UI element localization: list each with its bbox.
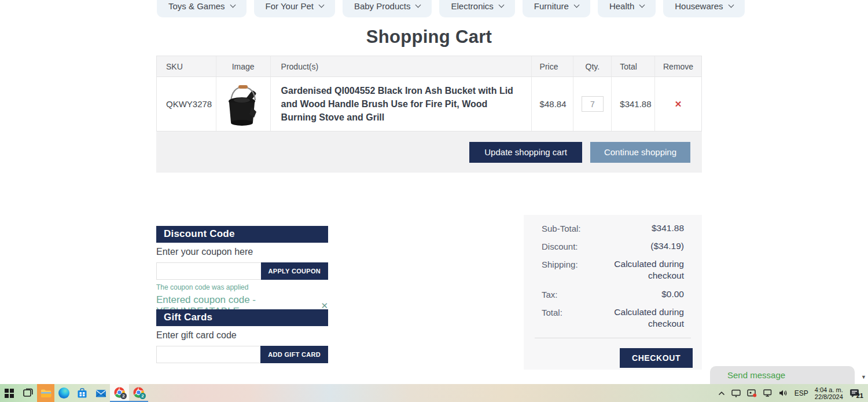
header-products: Product(s) [271,56,532,76]
header-sku: SKU [157,56,216,76]
tray-cast-button[interactable] [731,389,741,397]
apply-coupon-button[interactable]: APPLY COUPON [261,262,328,280]
checkout-button[interactable]: CHECKOUT [620,348,693,368]
task-view-button[interactable] [19,384,37,402]
discount-label: Discount: [542,240,578,251]
cell-sku: QKWY3278 [157,77,216,131]
remove-item-icon[interactable]: ✕ [675,99,682,109]
chevron-down-icon [728,2,734,8]
gift-card-input-row: ADD GIFT CARD [156,346,328,363]
clock-date: 22/8/2024 [815,393,843,400]
summary-row-shipping: Shipping: Calculated during checkout [542,258,684,282]
speaker-icon [779,389,788,397]
cart-table: SKU Image Product(s) Price Qty. Total Re… [156,56,702,131]
windows-logo-icon [5,389,14,398]
product-image[interactable] [219,81,267,128]
ms-store-button[interactable] [73,384,91,402]
summary-row-total: Total: Calculated during checkout [542,306,684,330]
coupon-applied-message: The coupon code was applied [156,283,328,291]
nav-label: Housewares [675,1,723,11]
summary-divider [535,338,691,338]
header-image: Image [216,56,271,76]
chevron-up-icon [718,391,725,396]
mail-button[interactable] [91,384,110,402]
nav-item-toys-games[interactable]: Toys & Games [157,0,247,17]
nav-item-housewares[interactable]: Housewares [663,0,744,17]
summary-row-subtotal: Sub-Total: $341.88 [542,222,684,234]
table-row: QKWY3278 [157,77,701,131]
nav-label: Furniture [534,1,569,11]
nav-label: Toys & Games [168,1,225,11]
category-nav: Toys & Games For Your Pet Baby Products … [157,0,745,17]
cast-icon [731,389,741,397]
coupon-input[interactable] [156,262,261,280]
language-indicator[interactable]: ESP [795,389,808,397]
clock-time: 4:04 a. m. [815,386,843,393]
header-remove: Remove [655,56,701,76]
order-summary: Sub-Total: $341.88 Discount: ($34.19) Sh… [524,215,702,370]
cell-total: $341.88 [612,77,655,131]
shipping-value: Calculated during checkout [586,258,684,282]
chat-widget[interactable]: Send message [710,366,855,384]
taskbar-apps: 2 2 [0,384,148,402]
nav-item-baby-products[interactable]: Baby Products [343,0,432,17]
discount-section-title: Discount Code [156,226,328,243]
file-explorer-icon [41,389,52,398]
update-cart-button[interactable]: Update shopping cart [469,142,582,163]
tax-label: Tax: [542,288,558,299]
edge-icon [58,388,69,399]
nav-label: Electronics [451,1,493,11]
edge-button[interactable] [54,384,73,402]
cell-qty [573,77,612,131]
ash-bucket-illustration [219,81,267,128]
scrollbar-down-arrow[interactable]: ▼ [861,374,866,380]
chevron-down-icon [318,2,324,8]
quantity-input[interactable] [582,96,604,112]
checkout-row: CHECKOUT [542,348,684,368]
total-label: Total: [542,306,562,317]
total-value: Calculated during checkout [586,306,684,330]
add-gift-card-button[interactable]: ADD GIFT CARD [260,346,328,363]
chrome-window-2-button[interactable]: 2 [129,384,148,402]
cart-actions: Update shopping cart Continue shopping [156,131,702,173]
notification-count: 21 [856,392,863,399]
chrome-window-1-button[interactable]: 2 [110,384,129,402]
cell-price: $48.84 [532,77,574,131]
cell-product: Gardenised QI004552 Black Iron Ash Bucke… [271,77,532,131]
nav-item-furniture[interactable]: Furniture [523,0,590,17]
nav-label: Baby Products [354,1,411,11]
discount-value: ($34.19) [650,240,684,252]
gift-card-input[interactable] [156,346,260,363]
taskbar-clock[interactable]: 4:04 a. m. 22/8/2024 [815,386,843,400]
cell-image [216,77,271,131]
tray-recording-button[interactable] [747,389,757,397]
mail-icon [95,389,106,398]
notification-center-button[interactable]: 21 [849,388,863,399]
nav-item-electronics[interactable]: Electronics [439,0,514,17]
header-total: Total [612,56,655,76]
continue-shopping-button[interactable]: Continue shopping [590,142,690,163]
shipping-label: Shipping: [542,258,578,269]
system-tray: ESP 4:04 a. m. 22/8/2024 21 [718,384,868,402]
start-button[interactable] [0,384,19,402]
screen-record-icon [747,389,757,397]
task-view-icon [23,388,33,398]
nav-item-for-your-pet[interactable]: For Your Pet [254,0,335,17]
coupon-input-row: APPLY COUPON [156,262,328,280]
send-message-label: Send message [727,370,785,380]
file-explorer-button[interactable] [37,384,54,402]
chevron-down-icon [230,2,236,8]
tray-network-button[interactable] [763,389,773,397]
ms-store-icon [77,388,87,399]
chrome-tab-count-badge: 2 [139,393,146,399]
page-title: Shopping Cart [156,27,702,47]
chevron-down-icon [639,2,645,8]
chevron-down-icon [415,2,421,8]
tray-volume-button[interactable] [779,389,788,397]
nav-item-health[interactable]: Health [598,0,656,17]
tray-expand-button[interactable] [718,391,725,396]
gift-card-label: Enter gift card code [156,330,328,341]
header-qty: Qty. [573,56,612,76]
product-title-link[interactable]: Gardenised QI004552 Black Iron Ash Bucke… [281,84,521,125]
discount-code-section: Discount Code Enter your coupon here APP… [156,226,328,317]
